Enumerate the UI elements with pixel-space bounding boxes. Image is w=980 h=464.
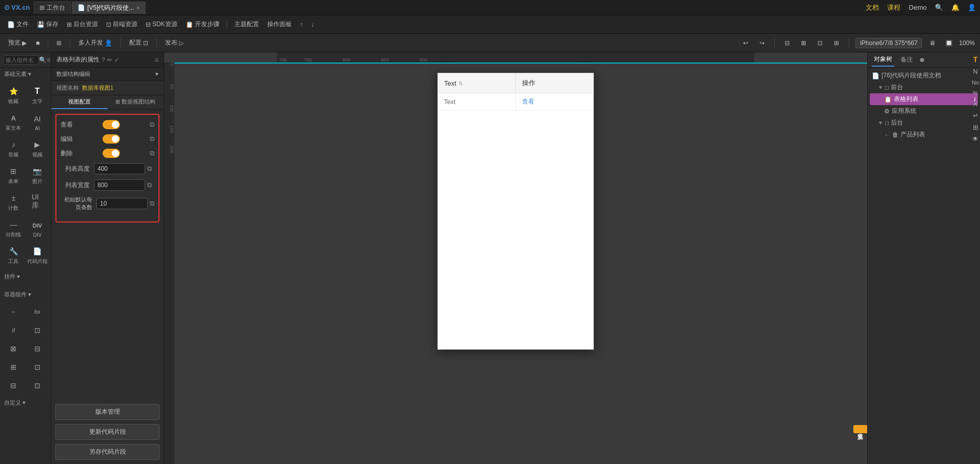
delete-copy-icon[interactable]: ⧉ [150, 149, 154, 157]
props-confirm-icon[interactable]: ✓ [114, 56, 119, 64]
avatar-icon[interactable]: 👤 [968, 4, 976, 11]
tree-back-arrow[interactable]: ← [884, 131, 890, 138]
component-snippet[interactable]: 📄 代码片段 [26, 243, 49, 268]
width-input[interactable] [94, 179, 145, 191]
redo-button[interactable]: ↪ [756, 37, 768, 49]
scan-button[interactable]: ⊞ [53, 38, 65, 48]
tab-workbench[interactable]: ⊞ 工作台 [34, 2, 71, 14]
edit-copy-icon[interactable]: ⧉ [150, 135, 154, 143]
side-icon-X[interactable]: X [973, 100, 978, 108]
dev-steps-button[interactable]: 📋 开发步骤 [183, 18, 223, 30]
component-favorites[interactable]: ⭐ 收藏 [2, 83, 25, 108]
ops-panel-button[interactable]: 操作面板 [264, 18, 295, 30]
component-ai[interactable]: AI AI [26, 109, 49, 135]
sdk-resources-button[interactable]: ⊟ SDK资源 [143, 18, 181, 30]
component-divider[interactable]: — 分割线 [2, 216, 25, 241]
delete-toggle-track[interactable] [103, 149, 120, 158]
tab-data-structure[interactable]: ⊞ 数据视图结构 [108, 95, 164, 109]
preview-button[interactable]: 预览 ▶ [5, 37, 30, 49]
left-menu-icon[interactable]: ≡ [47, 55, 50, 65]
search-input[interactable] [3, 55, 39, 65]
save-as-snippet-button[interactable]: 另存代码片段 [55, 444, 159, 460]
container-loop[interactable]: ↔ [2, 303, 25, 320]
align-justify-button[interactable]: ⊞ [830, 37, 843, 49]
side-icon-percent[interactable]: % [973, 90, 978, 96]
container-grid[interactable]: ⊠ [2, 340, 25, 357]
config-button[interactable]: 配置 ⊡ [126, 37, 151, 49]
props-help-icon[interactable]: ? [102, 56, 105, 64]
props-sub-header-arrow[interactable]: ▾ [155, 71, 158, 77]
toolbar-down-button[interactable]: ↓ [308, 19, 317, 30]
side-icon-No[interactable]: No [972, 79, 979, 86]
save-button[interactable]: 💾 保存 [34, 18, 62, 30]
side-icon-eye[interactable]: 👁 [972, 135, 978, 143]
undo-button[interactable]: ↩ [739, 37, 752, 49]
tab-notes[interactable]: 备注 [898, 53, 915, 66]
component-audio[interactable]: ♪ 音频 [2, 136, 25, 162]
component-image[interactable]: 📷 图片 [26, 163, 49, 188]
tree-item-table-list[interactable]: 📋 表格列表 ℹ [870, 93, 978, 105]
component-video[interactable]: ▶ 视频 [26, 136, 49, 162]
bell-icon[interactable]: 🔔 [951, 4, 959, 11]
container-block[interactable]: ⊡ [26, 321, 49, 339]
props-edit-icon[interactable]: ✏ [107, 56, 112, 64]
container-table[interactable]: ⊟ [26, 340, 49, 357]
tab-view-config[interactable]: 视图配置 [51, 95, 108, 109]
theme-config-button[interactable]: 主题配置 [231, 18, 262, 30]
backend-resources-button[interactable]: ⊞ 后台资源 [64, 18, 101, 30]
component-counter[interactable]: ± 计数 [2, 189, 25, 215]
component-form[interactable]: ⊞ 表单 [2, 163, 25, 188]
tree-item-frontend[interactable]: ▼ □ 前台 [870, 82, 978, 93]
stop-button[interactable]: ■ [33, 38, 43, 48]
align-left-button[interactable]: ⊟ [781, 37, 793, 49]
tab-snippet[interactable]: 📄 [V5]代码片段使... ✕ [72, 2, 146, 14]
view-toggle-track[interactable] [103, 120, 120, 129]
course-link[interactable]: 课程 [887, 3, 901, 12]
search-icon[interactable]: 🔍 [935, 4, 943, 11]
default-rows-input[interactable] [96, 198, 148, 209]
toolbar-up-button[interactable]: ↑ [297, 19, 306, 30]
component-tools[interactable]: 🔧 工具 [2, 243, 25, 268]
section-header-custom[interactable]: 自定义 ▾ [0, 396, 51, 409]
height-input[interactable] [94, 163, 145, 174]
default-rows-copy-icon[interactable]: ⧉ [150, 199, 154, 208]
view-toggle[interactable] [103, 120, 120, 129]
multi-dev-button[interactable]: 多人开发 👤 [75, 37, 115, 49]
container-tabs[interactable]: ⊞ [2, 358, 25, 376]
component-uilib[interactable]: UI库 [26, 189, 49, 215]
demo-button[interactable]: Demo [909, 4, 927, 11]
delete-toggle[interactable] [103, 149, 120, 158]
tab-close-icon[interactable]: ✕ [136, 5, 140, 11]
align-right-button[interactable]: ⊡ [814, 37, 826, 49]
tree-item-product-list[interactable]: ← 🗑 产品列表 [870, 129, 978, 140]
publish-button[interactable]: 发布 ▷ [162, 37, 187, 49]
section-header-basic[interactable]: 基础元素 ▾ [0, 68, 51, 80]
side-icon-T[interactable]: T [973, 55, 978, 64]
floating-feedback-button[interactable]: 意见反馈 [853, 425, 867, 433]
component-div[interactable]: DIV DIV [26, 216, 49, 241]
file-menu[interactable]: 📄 文件 [4, 18, 32, 30]
zoom-out-icon[interactable]: 🔲 [943, 37, 955, 49]
container-if[interactable]: if [2, 321, 25, 339]
section-header-plugin[interactable]: 挂件 ▾ [0, 270, 51, 283]
side-icon-grid[interactable]: ⊞ [973, 124, 978, 131]
edit-toggle-track[interactable] [103, 134, 120, 144]
height-copy-icon[interactable]: ⧉ [147, 165, 152, 173]
props-menu-icon[interactable]: ≡ [155, 56, 158, 64]
width-copy-icon[interactable]: ⧉ [147, 181, 152, 189]
update-snippet-button[interactable]: 更新代码片段 [55, 424, 159, 440]
tab-object-tree[interactable]: 对象树 [872, 53, 894, 67]
container-panel[interactable]: ⊟ [2, 377, 25, 394]
side-icon-N[interactable]: N [973, 68, 977, 75]
device-selector[interactable]: iPhone6/7/8 375*667 [855, 38, 922, 48]
edit-toggle[interactable] [103, 134, 120, 144]
sort-icon[interactable]: ⇅ [458, 80, 463, 86]
tree-item-app-system[interactable]: ⚙ 应用系统 [870, 105, 978, 117]
component-richtext[interactable]: A 富文本 [2, 109, 25, 135]
tree-item-backend[interactable]: ▼ □ 后台 [870, 117, 978, 129]
version-mgmt-button[interactable]: 版本管理 [55, 404, 159, 420]
container-card[interactable]: ⊡ [26, 358, 49, 376]
component-text[interactable]: T 文字 [26, 83, 49, 108]
frontend-resources-button[interactable]: ⊡ 前端资源 [103, 18, 141, 30]
tree-item-doc[interactable]: 📄 [76]代码片段使用文档 [870, 70, 978, 82]
